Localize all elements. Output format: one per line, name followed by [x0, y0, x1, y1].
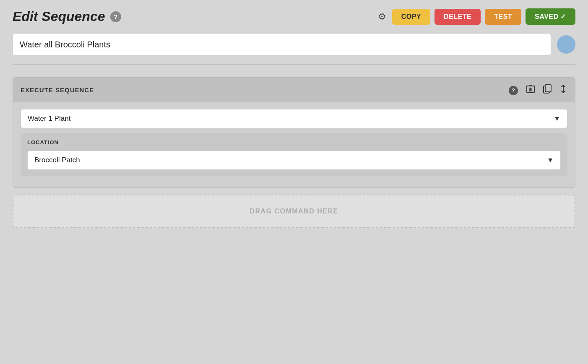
- sequence-dropdown-chevron: ▼: [554, 115, 560, 122]
- header-help-icon[interactable]: ?: [110, 11, 121, 22]
- sequence-dropdown[interactable]: Water 1 Plant ▼: [21, 109, 567, 128]
- delete-button[interactable]: DELETE: [434, 9, 481, 25]
- saved-button[interactable]: SAVED ✓: [526, 8, 575, 25]
- sequence-name-input[interactable]: [13, 33, 551, 56]
- copy-button[interactable]: COPY: [392, 9, 430, 25]
- page-wrapper: Edit Sequence ? ⚙ COPY DELETE TEST SAVED…: [0, 0, 588, 364]
- card-help-icon: ?: [509, 86, 518, 95]
- drag-command-zone[interactable]: DRAG COMMAND HERE: [13, 195, 575, 228]
- svg-rect-6: [545, 85, 551, 92]
- execute-sequence-card: EXECUTE SEQUENCE ?: [13, 77, 575, 188]
- test-button[interactable]: TEST: [485, 9, 521, 25]
- section-divider: [13, 64, 575, 65]
- execute-sequence-card-header: EXECUTE SEQUENCE ?: [13, 78, 575, 102]
- reorder-icon: [560, 86, 567, 95]
- header-right: ⚙ COPY DELETE TEST SAVED ✓: [376, 8, 575, 25]
- name-row: [13, 33, 575, 56]
- settings-button[interactable]: ⚙: [376, 10, 388, 24]
- color-picker-circle[interactable]: [557, 35, 575, 54]
- card-delete-button[interactable]: [526, 83, 536, 96]
- execute-sequence-card-body: Water 1 Plant ▼ LOCATION Broccoli Patch …: [13, 102, 575, 187]
- header: Edit Sequence ? ⚙ COPY DELETE TEST SAVED…: [13, 8, 575, 25]
- execute-sequence-title: EXECUTE SEQUENCE: [21, 86, 94, 94]
- location-section-title: LOCATION: [27, 139, 561, 146]
- drag-command-label: DRAG COMMAND HERE: [250, 208, 338, 215]
- gear-icon: ⚙: [378, 11, 386, 22]
- card-copy-button[interactable]: [542, 83, 552, 96]
- card-reorder-button[interactable]: [559, 83, 567, 96]
- location-dropdown-chevron: ▼: [547, 156, 554, 164]
- location-dropdown-value: Broccoli Patch: [34, 156, 80, 164]
- location-section: LOCATION Broccoli Patch ▼: [21, 133, 567, 176]
- header-left: Edit Sequence ?: [13, 9, 121, 24]
- sequence-dropdown-value: Water 1 Plant: [28, 114, 70, 123]
- copy-icon: [543, 86, 552, 95]
- page-title: Edit Sequence: [13, 9, 105, 24]
- trash-icon: [526, 86, 535, 95]
- card-header-icons: ?: [508, 83, 567, 96]
- card-help-button[interactable]: ?: [508, 84, 519, 96]
- location-dropdown[interactable]: Broccoli Patch ▼: [27, 151, 561, 170]
